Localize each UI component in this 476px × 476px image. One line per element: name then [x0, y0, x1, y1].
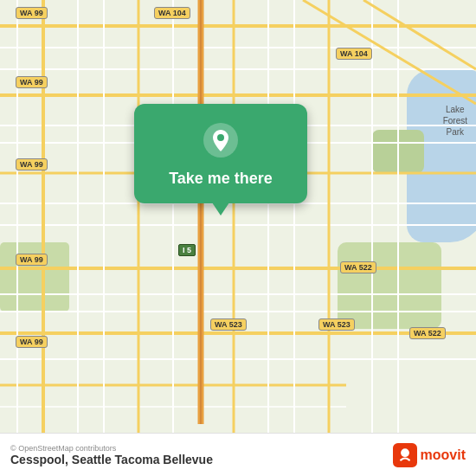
- route-badge-wa99-2: WA 99: [16, 76, 48, 88]
- road-network: [0, 0, 476, 433]
- route-badge-wa99-4: WA 99: [16, 254, 48, 266]
- svg-point-35: [401, 448, 409, 457]
- moovit-text: moovit: [421, 447, 466, 463]
- route-badge-wa522-1: WA 522: [340, 261, 376, 273]
- map-container: WA 99 WA 104 WA 104 WA 99 WA 99 WA 99 WA…: [0, 0, 476, 476]
- popup-card: Take me there: [134, 104, 307, 203]
- route-badge-wa523-2: WA 523: [318, 318, 355, 331]
- svg-point-33: [217, 134, 224, 141]
- svg-line-31: [363, 0, 476, 69]
- moovit-logo-icon: [393, 443, 417, 467]
- moovit-logo: moovit: [393, 443, 466, 467]
- bottom-bar: © OpenStreetMap contributors Cesspool, S…: [0, 433, 476, 476]
- route-badge-wa104-1: WA 104: [154, 7, 190, 19]
- route-badge-i5: I 5: [178, 244, 196, 256]
- lake-forest-park-label: LakeForestPark: [443, 104, 467, 138]
- route-badge-wa99-1: WA 99: [16, 7, 48, 19]
- route-badge-wa104-2: WA 104: [336, 48, 372, 60]
- route-badge-wa99-5: WA 99: [16, 336, 48, 348]
- copyright-text: © OpenStreetMap contributors: [10, 444, 213, 453]
- route-badge-wa523-1: WA 523: [210, 318, 247, 331]
- location-title: Cesspool, Seattle Tacoma Bellevue: [10, 453, 213, 466]
- route-badge-wa522-2: WA 522: [409, 327, 446, 339]
- take-me-there-button[interactable]: Take me there: [169, 168, 273, 190]
- route-badge-wa99-3: WA 99: [16, 158, 48, 170]
- bottom-info: © OpenStreetMap contributors Cesspool, S…: [10, 444, 213, 466]
- location-pin-icon: [202, 121, 240, 159]
